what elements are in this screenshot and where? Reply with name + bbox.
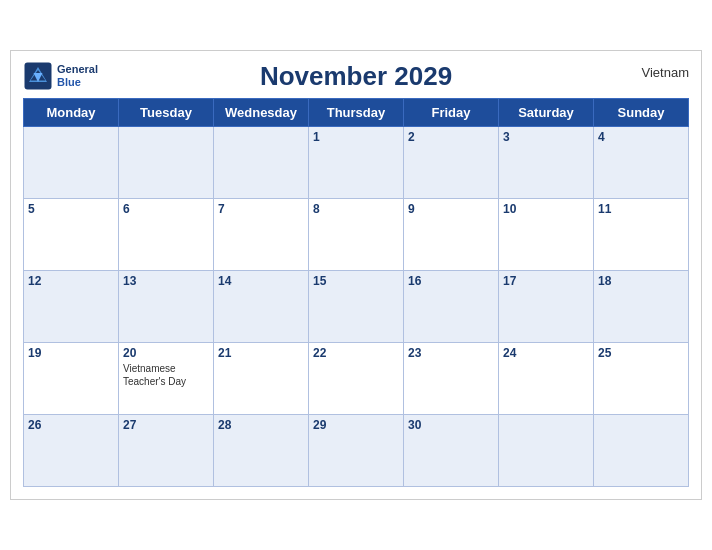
calendar-cell: 13 [119, 271, 214, 343]
header-monday: Monday [24, 99, 119, 127]
day-number: 6 [123, 202, 209, 216]
day-number: 16 [408, 274, 494, 288]
calendar-title: November 2029 [260, 61, 452, 92]
header-friday: Friday [404, 99, 499, 127]
calendar-cell: 11 [594, 199, 689, 271]
brand-logo: General Blue [23, 61, 98, 91]
calendar-grid: Monday Tuesday Wednesday Thursday Friday… [23, 98, 689, 487]
calendar-cell: 5 [24, 199, 119, 271]
day-number: 10 [503, 202, 589, 216]
header-tuesday: Tuesday [119, 99, 214, 127]
day-number: 19 [28, 346, 114, 360]
calendar-cell: 4 [594, 127, 689, 199]
calendar-cell: 27 [119, 415, 214, 487]
calendar-cell: 19 [24, 343, 119, 415]
day-number: 15 [313, 274, 399, 288]
day-number: 11 [598, 202, 684, 216]
day-number: 22 [313, 346, 399, 360]
week-row-2: 567891011 [24, 199, 689, 271]
day-number: 20 [123, 346, 209, 360]
calendar-cell [119, 127, 214, 199]
week-row-5: 2627282930 [24, 415, 689, 487]
day-number: 1 [313, 130, 399, 144]
calendar-cell: 10 [499, 199, 594, 271]
calendar-header: General Blue November 2029 Vietnam [23, 61, 689, 92]
calendar-cell: 15 [309, 271, 404, 343]
calendar-container: General Blue November 2029 Vietnam Monda… [10, 50, 702, 500]
calendar-cell: 30 [404, 415, 499, 487]
brand-general: General [57, 63, 98, 76]
calendar-cell: 2 [404, 127, 499, 199]
calendar-cell: 6 [119, 199, 214, 271]
calendar-cell: 8 [309, 199, 404, 271]
calendar-cell [594, 415, 689, 487]
header-wednesday: Wednesday [214, 99, 309, 127]
calendar-cell: 22 [309, 343, 404, 415]
day-number: 25 [598, 346, 684, 360]
calendar-cell: 20Vietnamese Teacher's Day [119, 343, 214, 415]
calendar-cell: 24 [499, 343, 594, 415]
calendar-cell [499, 415, 594, 487]
day-number: 8 [313, 202, 399, 216]
days-header-row: Monday Tuesday Wednesday Thursday Friday… [24, 99, 689, 127]
calendar-cell: 16 [404, 271, 499, 343]
day-number: 7 [218, 202, 304, 216]
day-number: 21 [218, 346, 304, 360]
day-number: 14 [218, 274, 304, 288]
calendar-cell: 9 [404, 199, 499, 271]
calendar-cell: 18 [594, 271, 689, 343]
country-label: Vietnam [642, 65, 689, 80]
day-number: 13 [123, 274, 209, 288]
calendar-cell: 3 [499, 127, 594, 199]
brand-blue: Blue [57, 76, 98, 89]
calendar-cell: 21 [214, 343, 309, 415]
calendar-cell: 12 [24, 271, 119, 343]
day-number: 2 [408, 130, 494, 144]
calendar-cell: 29 [309, 415, 404, 487]
day-number: 30 [408, 418, 494, 432]
event-text: Vietnamese Teacher's Day [123, 362, 209, 388]
calendar-cell [214, 127, 309, 199]
day-number: 24 [503, 346, 589, 360]
calendar-cell: 14 [214, 271, 309, 343]
day-number: 5 [28, 202, 114, 216]
calendar-cell [24, 127, 119, 199]
day-number: 17 [503, 274, 589, 288]
week-row-3: 12131415161718 [24, 271, 689, 343]
day-number: 28 [218, 418, 304, 432]
calendar-cell: 28 [214, 415, 309, 487]
day-number: 18 [598, 274, 684, 288]
calendar-cell: 25 [594, 343, 689, 415]
day-number: 3 [503, 130, 589, 144]
day-number: 29 [313, 418, 399, 432]
day-number: 26 [28, 418, 114, 432]
header-saturday: Saturday [499, 99, 594, 127]
week-row-1: 1234 [24, 127, 689, 199]
calendar-cell: 26 [24, 415, 119, 487]
calendar-cell: 1 [309, 127, 404, 199]
header-thursday: Thursday [309, 99, 404, 127]
day-number: 12 [28, 274, 114, 288]
week-row-4: 1920Vietnamese Teacher's Day2122232425 [24, 343, 689, 415]
day-number: 9 [408, 202, 494, 216]
calendar-cell: 7 [214, 199, 309, 271]
calendar-cell: 17 [499, 271, 594, 343]
day-number: 4 [598, 130, 684, 144]
day-number: 27 [123, 418, 209, 432]
calendar-cell: 23 [404, 343, 499, 415]
brand-text: General Blue [57, 63, 98, 89]
header-sunday: Sunday [594, 99, 689, 127]
day-number: 23 [408, 346, 494, 360]
